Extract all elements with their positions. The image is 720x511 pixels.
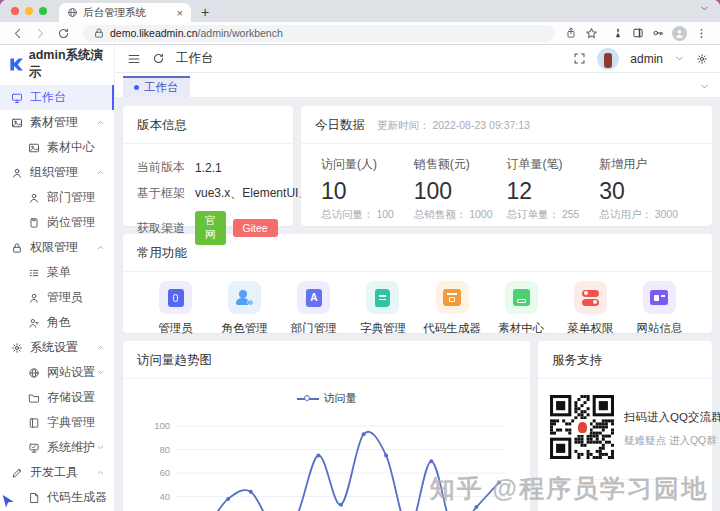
sidebar-item-perm-manage[interactable]: 权限管理 bbox=[0, 235, 114, 260]
svg-text:80: 80 bbox=[159, 444, 170, 455]
sidebar-item-code-generator[interactable]: 代码生成器 bbox=[0, 485, 114, 510]
version-row: 基于框架vue3.x、ElementUI、MySQL bbox=[137, 185, 279, 202]
workbench-content: 版本信息 当前版本1.2.1基于框架vue3.x、ElementUI、MySQL… bbox=[115, 98, 720, 511]
quick-function-label: 网站信息 bbox=[636, 321, 682, 336]
quick-function-code-generator[interactable]: 代码生成器 bbox=[418, 281, 487, 336]
quick-function-label: 管理员 bbox=[158, 321, 193, 336]
user-avatar[interactable] bbox=[597, 48, 619, 70]
browser-tab[interactable]: 后台管理系统 × bbox=[59, 3, 191, 22]
quick-function-menu-perm[interactable]: 菜单权限 bbox=[556, 281, 625, 336]
tab-close-icon[interactable]: × bbox=[175, 7, 185, 19]
chart-card-title: 访问量趋势图 bbox=[123, 341, 530, 379]
url-path: /admin/workbench bbox=[198, 27, 283, 39]
sidebar-item-dev-tools[interactable]: 开发工具 bbox=[0, 460, 114, 485]
qr-caption-sub: 疑难疑点 进入QQ群 bbox=[624, 434, 720, 448]
quick-function-dict-manage[interactable]: 字典管理 bbox=[348, 281, 417, 336]
username[interactable]: admin bbox=[630, 52, 663, 66]
sidebar-item-menu[interactable]: 菜单 bbox=[0, 260, 114, 285]
gear-icon bbox=[11, 342, 23, 354]
user-icon bbox=[28, 292, 40, 304]
userkey-icon bbox=[28, 317, 40, 329]
share-icon[interactable] bbox=[565, 27, 577, 39]
sidebar-item-label: 代码生成器 bbox=[47, 489, 107, 506]
support-divider bbox=[550, 479, 700, 480]
back-button[interactable] bbox=[8, 27, 27, 40]
window-zoom-button[interactable] bbox=[39, 7, 47, 15]
quick-function-role-manage[interactable]: 角色管理 bbox=[210, 281, 279, 336]
tab-strip-chevron-down-icon[interactable] bbox=[699, 0, 710, 18]
channel-button-gitee[interactable]: Gitee bbox=[233, 219, 278, 237]
sidebar-item-workbench[interactable]: 工作台 bbox=[0, 85, 114, 110]
quick-function-label: 菜单权限 bbox=[567, 321, 613, 336]
dept-manage-icon: A bbox=[297, 281, 330, 314]
qq-penguin-icon bbox=[574, 419, 590, 435]
sidebar-item-website-setting[interactable]: 网站设置 bbox=[0, 360, 114, 385]
forward-button[interactable] bbox=[31, 27, 50, 40]
settings-gear-icon[interactable] bbox=[696, 53, 708, 65]
url-host: demo.likeadmin.cn bbox=[110, 27, 198, 39]
window-close-button[interactable] bbox=[11, 7, 19, 15]
browser-tab-title: 后台管理系统 bbox=[83, 6, 175, 20]
sidebar-item-label: 管理员 bbox=[47, 289, 83, 306]
sidebar-item-post-manage[interactable]: 岗位管理 bbox=[0, 210, 114, 235]
qr-caption-main: 扫码进入QQ交流群 bbox=[624, 410, 720, 425]
chart-legend[interactable]: 访问量 bbox=[123, 391, 530, 406]
tab-workbench[interactable]: 工作台 bbox=[123, 76, 190, 97]
user-chevron-down-icon[interactable] bbox=[674, 53, 685, 64]
reload-button[interactable] bbox=[54, 27, 73, 40]
sidebar-item-system-maintain[interactable]: 系统维护 bbox=[0, 435, 114, 460]
browser-url-bar: demo.likeadmin.cn/admin/workbench bbox=[0, 22, 720, 45]
sidebar-item-label: 角色 bbox=[47, 314, 71, 331]
extension-key-icon[interactable] bbox=[652, 27, 664, 39]
chevron-up-icon bbox=[96, 168, 105, 177]
channel-button-official[interactable]: 官网 bbox=[195, 211, 226, 245]
quick-function-website-info[interactable]: 网站信息 bbox=[625, 281, 694, 336]
chevron-up-icon bbox=[96, 468, 105, 477]
sidebar-item-dept-manage[interactable]: 部门管理 bbox=[0, 185, 114, 210]
refresh-icon[interactable] bbox=[152, 52, 165, 65]
extension-flask-icon[interactable] bbox=[612, 27, 624, 39]
sidebar-item-role[interactable]: 角色 bbox=[0, 310, 114, 335]
https-lock-icon bbox=[93, 27, 105, 39]
browser-menu-dots-icon[interactable] bbox=[695, 27, 708, 40]
chevron-up-icon bbox=[96, 243, 105, 252]
tabbar-chevron-down-icon[interactable] bbox=[699, 81, 710, 92]
sidebar-item-label: 开发工具 bbox=[30, 464, 78, 481]
svg-text:60: 60 bbox=[159, 467, 170, 478]
stat-item: 销售额(元)100总销售额： 1000 bbox=[414, 156, 507, 222]
sidebar-item-admin[interactable]: 管理员 bbox=[0, 285, 114, 310]
window-minimize-button[interactable] bbox=[25, 7, 33, 15]
dict-manage-icon bbox=[366, 281, 399, 314]
globe-icon bbox=[28, 367, 40, 379]
quick-function-label: 字典管理 bbox=[360, 321, 406, 336]
list-icon bbox=[28, 267, 40, 279]
sidebar-item-system-setting[interactable]: 系统设置 bbox=[0, 335, 114, 360]
sidebar-item-storage-setting[interactable]: 存储设置 bbox=[0, 385, 114, 410]
monitor-icon bbox=[11, 92, 23, 104]
new-tab-button[interactable]: + bbox=[191, 4, 219, 22]
sidebar-item-label: 组织管理 bbox=[30, 164, 78, 181]
sidebar-item-material-center[interactable]: 素材中心 bbox=[0, 135, 114, 160]
quick-function-material-center[interactable]: 素材中心 bbox=[487, 281, 556, 336]
admin-icon bbox=[159, 281, 192, 314]
bookmark-star-icon[interactable] bbox=[585, 27, 598, 40]
address-bar[interactable]: demo.likeadmin.cn/admin/workbench bbox=[83, 25, 555, 42]
quick-function-dept-manage[interactable]: A部门管理 bbox=[279, 281, 348, 336]
quick-function-admin[interactable]: 管理员 bbox=[141, 281, 210, 336]
extension-panel-icon[interactable] bbox=[632, 27, 644, 39]
sidebar-item-material-manage[interactable]: 素材管理 bbox=[0, 110, 114, 135]
legend-line-symbol bbox=[297, 398, 319, 400]
sidebar-item-org-manage[interactable]: 组织管理 bbox=[0, 160, 114, 185]
sidebar-collapse-icon[interactable] bbox=[127, 52, 141, 66]
version-row: 当前版本1.2.1 bbox=[137, 159, 279, 176]
chevron-down-icon bbox=[96, 443, 105, 452]
sidebar-item-dict-manage[interactable]: 字典管理 bbox=[0, 410, 114, 435]
browser-profile-avatar[interactable] bbox=[672, 26, 687, 41]
role-manage-icon bbox=[228, 281, 261, 314]
sidebar-menu: 工作台素材管理素材中心组织管理部门管理岗位管理权限管理菜单管理员角色系统设置网站… bbox=[0, 83, 114, 510]
mouse-cursor bbox=[1, 493, 14, 511]
browser-window: 后台管理系统 × + demo.likeadmin.cn/admin/workb… bbox=[0, 0, 720, 511]
fullscreen-icon[interactable] bbox=[573, 52, 586, 65]
today-card-title: 今日数据 bbox=[315, 117, 365, 134]
app-logo[interactable]: admin系统演示 bbox=[0, 45, 114, 83]
